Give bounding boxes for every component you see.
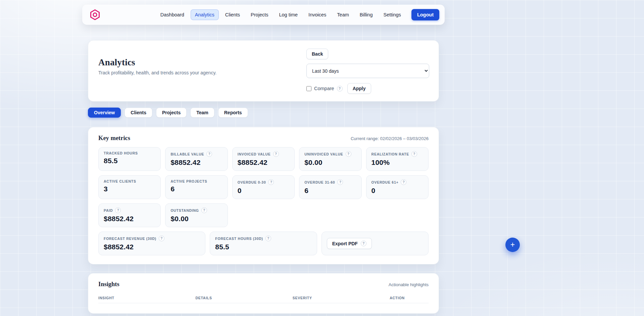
- metric-value: 85.5: [104, 157, 155, 165]
- help-icon[interactable]: ?: [337, 179, 343, 185]
- metric-label: REALIZATION RATE: [371, 152, 409, 156]
- insights-header: Insights Actionable highlights: [98, 281, 429, 288]
- help-icon[interactable]: ?: [268, 179, 274, 185]
- metric-label: PAID: [104, 208, 113, 212]
- metric-label: FORECAST HOURS (30D): [215, 237, 263, 241]
- help-icon[interactable]: ?: [265, 236, 271, 241]
- help-icon[interactable]: ?: [273, 151, 279, 157]
- metric-value: 0: [371, 187, 423, 195]
- metric-label: OVERDUE 31-60: [304, 180, 335, 184]
- metric-label: INVOICED VALUE: [238, 152, 271, 156]
- metric-value: 3: [104, 185, 155, 193]
- export-pdf-button[interactable]: Export PDF ?: [327, 238, 372, 249]
- app-container: Dashboard Analytics Clients Projects Log…: [0, 5, 527, 314]
- metric-tile-grid: TRACKED HOURS 85.5 BILLABLE VALUE? $8852…: [98, 147, 429, 227]
- main-content: Analytics Track profitability, health, a…: [88, 40, 439, 314]
- help-icon[interactable]: ?: [201, 207, 207, 213]
- top-nav: Dashboard Analytics Clients Projects Log…: [82, 5, 445, 25]
- add-fab-button[interactable]: +: [505, 238, 520, 252]
- help-icon[interactable]: ?: [206, 151, 212, 157]
- metric-tile-paid: PAID? $8852.42: [98, 203, 161, 227]
- compare-checkbox[interactable]: [306, 86, 311, 91]
- metric-value: $8852.42: [170, 159, 222, 167]
- metric-value: $8852.42: [104, 215, 155, 223]
- export-pdf-label: Export PDF: [332, 241, 358, 246]
- compare-label: Compare: [314, 86, 334, 91]
- tab-clients[interactable]: Clients: [125, 108, 152, 118]
- metric-tile-billable-value: BILLABLE VALUE? $8852.42: [165, 147, 228, 171]
- page-title: Analytics: [98, 57, 216, 68]
- metric-value: $0.00: [170, 215, 222, 223]
- metric-value: $8852.42: [104, 243, 200, 251]
- compare-help-icon[interactable]: ?: [337, 86, 343, 91]
- nav-item-team[interactable]: Team: [333, 9, 353, 20]
- metric-tile-overdue-0-30: OVERDUE 0-30? 0: [232, 175, 295, 199]
- date-range-select[interactable]: Last 30 days: [306, 64, 429, 78]
- key-metrics-title: Key metrics: [98, 135, 130, 142]
- metric-value: 100%: [371, 159, 423, 167]
- nav-item-invoices[interactable]: Invoices: [304, 9, 331, 20]
- metric-tile-overdue-31-60: OVERDUE 31-60? 6: [299, 175, 361, 199]
- header-controls: Back Last 30 days Compare ? Apply: [306, 49, 429, 94]
- apply-button[interactable]: Apply: [347, 83, 371, 94]
- column-details: DETAILS: [195, 296, 292, 300]
- tab-overview[interactable]: Overview: [88, 108, 121, 118]
- metric-tile-realization-rate: REALIZATION RATE? 100%: [366, 147, 429, 171]
- forecast-tile-grid: FORECAST REVENUE (30D)? $8852.42 FORECAS…: [98, 232, 429, 255]
- nav-item-log-time[interactable]: Log time: [275, 9, 302, 20]
- nav-item-billing[interactable]: Billing: [355, 9, 377, 20]
- tab-team[interactable]: Team: [190, 108, 214, 118]
- metric-label: FORECAST REVENUE (30D): [104, 237, 156, 241]
- help-icon[interactable]: ?: [411, 151, 417, 157]
- metric-tile-uninvoiced-value: UNINVOICED VALUE? $0.00: [299, 147, 361, 171]
- metric-label: OVERDUE 0-30: [238, 180, 266, 184]
- insights-card: Insights Actionable highlights INSIGHT D…: [88, 273, 439, 314]
- nav-item-analytics[interactable]: Analytics: [191, 9, 219, 20]
- metric-tile-forecast-hours: FORECAST HOURS (30D)? 85.5: [210, 232, 317, 255]
- help-icon[interactable]: ?: [401, 179, 406, 185]
- page-header-text: Analytics Track profitability, health, a…: [98, 49, 216, 94]
- nav-item-clients[interactable]: Clients: [221, 9, 244, 20]
- brand-logo-icon[interactable]: [89, 9, 101, 21]
- nav-item-settings[interactable]: Settings: [379, 9, 405, 20]
- back-button[interactable]: Back: [306, 49, 328, 59]
- metric-value: 0: [238, 187, 289, 195]
- column-severity: SEVERITY: [293, 296, 390, 300]
- key-metrics-header: Key metrics Current range: 02/02/2026 – …: [98, 135, 429, 142]
- metric-label: ACTIVE CLIENTS: [104, 179, 136, 183]
- export-pdf-tile: Export PDF ?: [321, 232, 429, 255]
- metric-label: TRACKED HOURS: [104, 151, 138, 155]
- current-range-label: Current range: 02/02/2026 – 03/03/2026: [351, 136, 429, 141]
- compare-row: Compare ? Apply: [306, 83, 371, 94]
- export-pdf-help-icon[interactable]: ?: [361, 241, 366, 246]
- page-subtitle: Track profitability, health, and trends …: [98, 70, 216, 75]
- metric-label: OUTSTANDING: [170, 208, 199, 212]
- column-insight: INSIGHT: [98, 296, 195, 300]
- tab-projects[interactable]: Projects: [156, 108, 187, 118]
- column-action: ACTION: [390, 296, 429, 300]
- logout-button[interactable]: Logout: [411, 9, 439, 20]
- help-icon[interactable]: ?: [159, 236, 164, 241]
- insights-title: Insights: [98, 281, 119, 288]
- nav-item-dashboard[interactable]: Dashboard: [156, 9, 189, 20]
- help-icon[interactable]: ?: [115, 207, 121, 213]
- insights-table-header: INSIGHT DETAILS SEVERITY ACTION: [98, 294, 429, 303]
- help-icon[interactable]: ?: [346, 151, 351, 157]
- analytics-tabs: Overview Clients Projects Team Reports: [88, 108, 439, 118]
- metric-tile-active-clients: ACTIVE CLIENTS 3: [98, 175, 161, 199]
- insights-subtitle: Actionable highlights: [389, 282, 429, 287]
- hexagon-logo-icon: [89, 9, 101, 20]
- page-header-card: Analytics Track profitability, health, a…: [88, 40, 439, 102]
- key-metrics-card: Key metrics Current range: 02/02/2026 – …: [88, 127, 439, 264]
- metric-tile-forecast-revenue: FORECAST REVENUE (30D)? $8852.42: [98, 232, 205, 255]
- nav-item-projects[interactable]: Projects: [246, 9, 273, 20]
- metric-label: UNINVOICED VALUE: [304, 152, 343, 156]
- metric-value: $0.00: [304, 159, 356, 167]
- metric-label: OVERDUE 61+: [371, 180, 399, 184]
- tab-reports[interactable]: Reports: [218, 108, 248, 118]
- metric-tile-outstanding: OUTSTANDING? $0.00: [165, 203, 228, 227]
- metric-tile-tracked-hours: TRACKED HOURS 85.5: [98, 147, 161, 171]
- metric-value: $8852.42: [238, 159, 289, 167]
- metric-tile-active-projects: ACTIVE PROJECTS 6: [165, 175, 228, 199]
- metric-tile-overdue-61-plus: OVERDUE 61+? 0: [366, 175, 429, 199]
